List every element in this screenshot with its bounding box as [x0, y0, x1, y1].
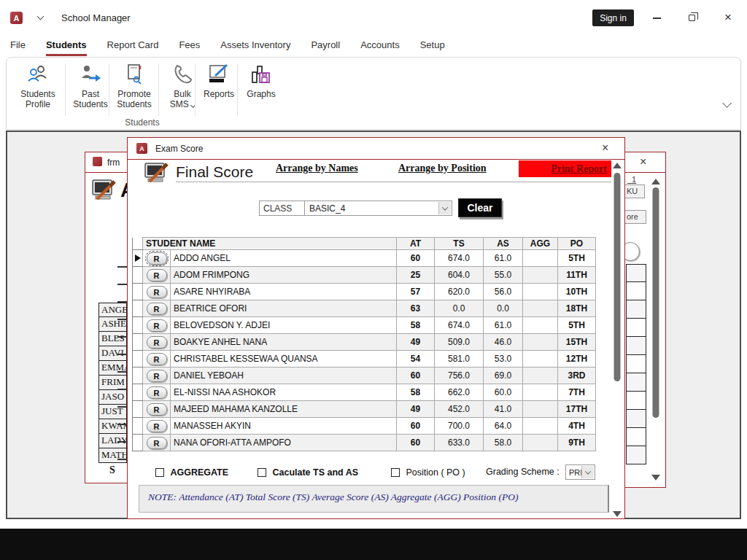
record-selector[interactable]	[133, 267, 143, 284]
student-name-cell[interactable]: MANASSEH AKYIN	[171, 418, 397, 435]
scroll-up-icon[interactable]	[651, 179, 660, 184]
record-button[interactable]: R	[147, 386, 167, 399]
aggregate-cell[interactable]	[523, 300, 558, 317]
record-selector[interactable]	[133, 317, 143, 334]
scroll-down-icon[interactable]	[651, 475, 660, 481]
class-combobox[interactable]: BASIC_4	[304, 201, 452, 216]
scroll-up-icon[interactable]	[613, 163, 622, 168]
sign-in-button[interactable]: Sign in	[592, 9, 634, 26]
aggregate-checkbox[interactable]	[155, 468, 164, 477]
total-score-cell[interactable]: 756.0	[435, 368, 484, 384]
average-score-cell[interactable]: 55.0	[484, 267, 523, 284]
aggregate-cell[interactable]	[523, 334, 558, 351]
student-name-cell[interactable]: CHRISTABEL KESSEWAA QUANSA	[171, 351, 397, 368]
combo-dropdown-icon[interactable]	[438, 202, 451, 214]
calculate-checkbox[interactable]	[258, 468, 266, 477]
student-name-cell[interactable]: ADDO ANGEL	[171, 250, 397, 267]
record-button[interactable]: R	[147, 420, 167, 432]
scroll-down-icon[interactable]	[613, 511, 622, 517]
quick-access-dropdown-icon[interactable]	[37, 13, 44, 20]
average-score-cell[interactable]: 69.0	[484, 368, 523, 384]
total-score-cell[interactable]: 452.0	[435, 401, 484, 418]
menu-tab[interactable]: Setup	[420, 39, 445, 56]
student-name-cell[interactable]: ASARE NHYIRABA	[171, 284, 397, 300]
total-score-cell[interactable]: 674.0	[435, 250, 484, 267]
scrollbar[interactable]	[651, 177, 661, 482]
aggregate-cell[interactable]	[523, 284, 558, 300]
column-header[interactable]: TS	[435, 238, 484, 250]
attendance-cell[interactable]: 60	[397, 368, 435, 384]
average-score-cell[interactable]: 0.0	[484, 300, 523, 317]
record-button[interactable]: R	[147, 437, 167, 449]
record-selector[interactable]	[133, 435, 143, 451]
record-button[interactable]: R	[147, 353, 167, 365]
combo-dropdown-icon[interactable]	[581, 466, 594, 478]
menu-tab[interactable]: Fees	[179, 39, 200, 56]
menu-tab[interactable]: Payroll	[311, 39, 340, 56]
arrange-by-names-link[interactable]: Arrange by Names	[276, 163, 358, 174]
attendance-cell[interactable]: 60	[397, 418, 435, 435]
student-name-cell[interactable]: BELOVEDSON Y. ADJEI	[171, 317, 397, 334]
total-score-cell[interactable]: 633.0	[435, 435, 484, 451]
average-score-cell[interactable]: 60.0	[484, 384, 523, 401]
average-score-cell[interactable]: 58.0	[484, 435, 523, 451]
total-score-cell[interactable]: 509.0	[435, 334, 484, 351]
record-button[interactable]: R	[147, 269, 167, 281]
average-score-cell[interactable]: 64.0	[484, 418, 523, 435]
attendance-cell[interactable]: 49	[397, 401, 435, 418]
arrange-by-position-link[interactable]: Arrange by Position	[398, 163, 487, 174]
position-cell[interactable]: 17TH	[558, 401, 596, 418]
record-button[interactable]: R	[147, 319, 167, 332]
total-score-cell[interactable]: 581.0	[435, 351, 484, 368]
attendance-cell[interactable]: 63	[397, 300, 435, 317]
scrollbar-thumb[interactable]	[614, 173, 621, 381]
position-cell[interactable]: 12TH	[558, 351, 596, 368]
graphs-button[interactable]: Graphs	[240, 62, 282, 119]
record-selector[interactable]	[133, 384, 143, 401]
position-cell[interactable]: 9TH	[558, 435, 596, 451]
reports-button[interactable]: Reports	[198, 62, 240, 119]
attendance-cell[interactable]: 58	[397, 317, 435, 334]
average-score-cell[interactable]: 61.0	[484, 317, 523, 334]
position-cell[interactable]: 18TH	[558, 300, 596, 317]
average-score-cell[interactable]: 46.0	[484, 334, 523, 351]
total-score-cell[interactable]: 700.0	[435, 418, 484, 435]
attendance-cell[interactable]: 25	[397, 267, 435, 284]
column-header[interactable]: STUDENT NAME	[143, 238, 397, 250]
average-score-cell[interactable]: 53.0	[484, 351, 523, 368]
print-report-button[interactable]: Print Report	[519, 160, 611, 177]
attendance-cell[interactable]: 54	[397, 351, 435, 368]
student-name-cell[interactable]: BOAKYE ANHEL NANA	[171, 334, 397, 351]
attendance-cell[interactable]: 58	[397, 384, 435, 401]
record-selector[interactable]	[133, 334, 143, 351]
record-selector[interactable]	[133, 418, 143, 435]
total-score-cell[interactable]: 662.0	[435, 384, 484, 401]
column-header[interactable]: AT	[397, 238, 435, 250]
aggregate-cell[interactable]	[523, 267, 558, 284]
promote-students-button[interactable]: PromoteStudents	[113, 62, 155, 119]
average-score-cell[interactable]: 61.0	[484, 250, 523, 267]
aggregate-cell[interactable]	[523, 401, 558, 418]
record-button[interactable]: R	[147, 286, 167, 298]
dialog-close-icon[interactable]: ×	[602, 142, 608, 154]
record-selector[interactable]	[133, 300, 143, 317]
record-selector[interactable]	[133, 351, 143, 368]
attendance-cell[interactable]: 60	[397, 250, 435, 267]
minimize-button[interactable]	[653, 18, 661, 19]
aggregate-cell[interactable]	[523, 435, 558, 451]
position-checkbox[interactable]	[391, 468, 400, 477]
menu-tab[interactable]: Students	[46, 39, 87, 56]
aggregate-cell[interactable]	[523, 384, 558, 401]
close-button[interactable]: ×	[724, 11, 732, 23]
menu-tab[interactable]: File	[10, 39, 26, 56]
student-name-cell[interactable]: BEATRICE OFORI	[171, 300, 397, 317]
position-cell[interactable]: 3RD	[558, 368, 596, 384]
ribbon-collapse-icon[interactable]	[722, 98, 732, 108]
column-header[interactable]: PO	[558, 238, 596, 250]
grading-scheme-select[interactable]: PRI	[565, 464, 595, 480]
aggregate-cell[interactable]	[523, 418, 558, 435]
record-button[interactable]: R	[147, 403, 167, 416]
attendance-cell[interactable]: 60	[397, 435, 435, 451]
position-cell[interactable]: 5TH	[558, 250, 596, 267]
record-button[interactable]: R	[147, 303, 167, 315]
